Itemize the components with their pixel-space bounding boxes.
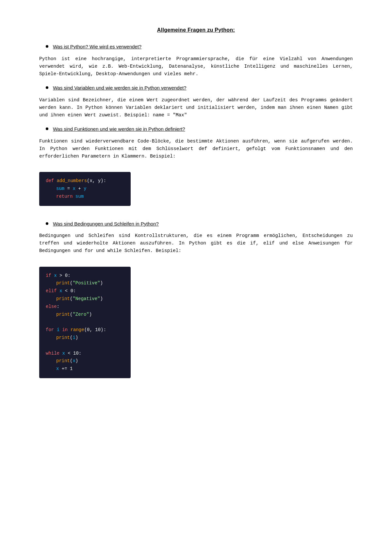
- section-q3: Was sind Funktionen und wie werden sie i…: [39, 126, 353, 213]
- code-for-2: print(i): [46, 334, 124, 342]
- code-line-3: return sum: [46, 193, 124, 201]
- page-container: Allgemeine Fragen zu Python: Was ist Pyt…: [39, 26, 353, 386]
- code-line-2: sum = x + y: [46, 185, 124, 193]
- code-blank-1: [46, 318, 124, 326]
- question-q2: Was sind Variablen und wie werden sie in…: [53, 84, 187, 92]
- question-q1: Was ist Python? Wie wird es verwendet?: [53, 43, 141, 51]
- bullet-dot-q2: [46, 86, 48, 89]
- code-block-conditions: if x > 0: print("Positive") elif x < 0: …: [39, 267, 131, 378]
- bullet-dot-q3: [46, 127, 48, 130]
- answer-q2: Variablen sind Bezeichner, die einem Wer…: [39, 96, 353, 119]
- code-block-functions: def add_numbers(x, y): sum = x + y retur…: [39, 172, 131, 206]
- bullet-item-q2: Was sind Variablen und wie werden sie in…: [39, 84, 353, 92]
- code-blank-2: [46, 342, 124, 350]
- code-cond-1: if x > 0:: [46, 272, 124, 280]
- code-cond-6: print("Zero"): [46, 311, 124, 319]
- code-cond-4: print("Negative"): [46, 295, 124, 303]
- bullet-dot-q1: [46, 45, 48, 48]
- answer-q4: Bedingungen und Schleifen sind Kontrolls…: [39, 232, 353, 255]
- code-line-1: def add_numbers(x, y):: [46, 177, 124, 185]
- question-q4: Was sind Bedingungen und Schleifen in Py…: [53, 220, 159, 228]
- code-cond-3: elif x < 0:: [46, 287, 124, 295]
- bullet-item-q4: Was sind Bedingungen und Schleifen in Py…: [39, 220, 353, 228]
- bullet-dot-q4: [46, 222, 48, 225]
- code-cond-2: print("Positive"): [46, 279, 124, 287]
- bullet-item-q3: Was sind Funktionen und wie werden sie i…: [39, 126, 353, 133]
- code-while-2: print(x): [46, 357, 124, 365]
- bullet-item-q1: Was ist Python? Wie wird es verwendet?: [39, 43, 353, 51]
- code-for-1: for i in range(0, 10):: [46, 326, 124, 334]
- code-while-1: while x < 10:: [46, 350, 124, 358]
- question-q3: Was sind Funktionen und wie werden sie i…: [53, 126, 185, 133]
- answer-q3: Funktionen sind wiederverwendbare Code-B…: [39, 138, 353, 160]
- section-q4: Was sind Bedingungen und Schleifen in Py…: [39, 220, 353, 386]
- page-title: Allgemeine Fragen zu Python:: [39, 26, 353, 34]
- answer-q1: Python ist eine hochrangige, interpretie…: [39, 55, 353, 78]
- code-cond-5: else:: [46, 303, 124, 311]
- code-while-3: x += 1: [46, 365, 124, 373]
- section-q2: Was sind Variablen und wie werden sie in…: [39, 84, 353, 119]
- section-q1: Was ist Python? Wie wird es verwendet? P…: [39, 43, 353, 78]
